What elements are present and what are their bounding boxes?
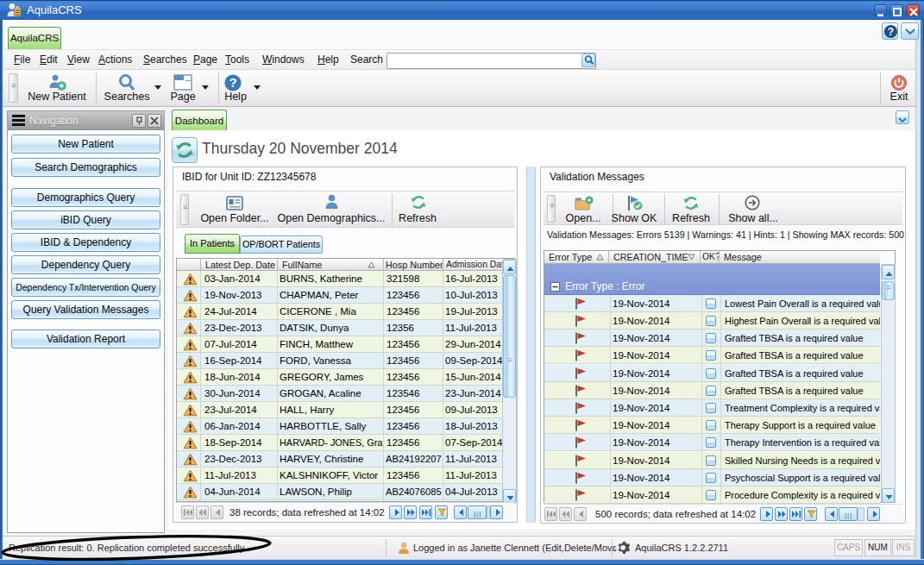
svg-text:?: ? bbox=[229, 75, 236, 90]
svg-text:?: ? bbox=[888, 26, 894, 38]
